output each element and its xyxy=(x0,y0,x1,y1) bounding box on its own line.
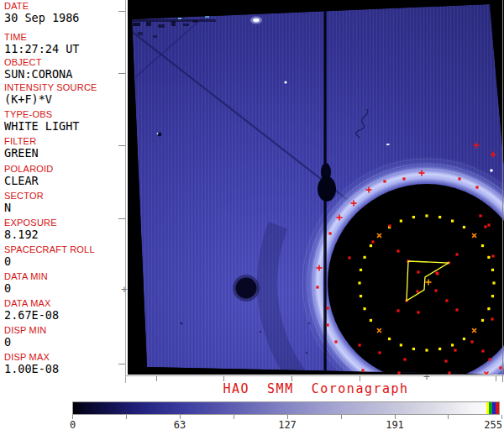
speck xyxy=(181,322,183,325)
field-label: EXPOSURE xyxy=(4,218,123,228)
field-value: GREEN xyxy=(4,147,123,159)
field-polaroid: POLAROIDCLEAR xyxy=(4,165,123,186)
field-date: DATE30 Sep 1986 xyxy=(4,2,123,24)
smm-coronagraph-viewer: DATE30 Sep 1986 TIME11:27:24 UT OBJECTSU… xyxy=(0,0,504,430)
field-value: 2.67E-08 xyxy=(4,309,123,321)
field-label: POLAROID xyxy=(4,165,123,174)
right-axis-line xyxy=(502,0,503,382)
dust-speck xyxy=(158,133,162,137)
colorbar-label: 63 xyxy=(163,419,197,430)
field-disp-min: DISP MIN0 xyxy=(4,326,123,348)
tick xyxy=(118,145,125,146)
metadata-sidebar: DATE30 Sep 1986 TIME11:27:24 UT OBJECTSU… xyxy=(0,0,124,430)
sky-plane xyxy=(128,0,504,375)
field-data-max: DATA MAX2.67E-08 xyxy=(4,299,123,321)
coronagraph-image xyxy=(128,0,504,375)
tick xyxy=(118,218,125,219)
field-value: 0 xyxy=(4,336,123,348)
field-label: TIME xyxy=(4,33,123,42)
field-label: OBJECT xyxy=(4,58,123,67)
tick xyxy=(118,364,125,364)
image-title: HAO SMM Coronagraph xyxy=(128,381,504,396)
field-value: (K+F)*V xyxy=(4,93,123,105)
field-label: DATA MAX xyxy=(4,299,123,308)
field-intensity-source: INTENSITY SOURCE(K+F)*V xyxy=(4,83,123,105)
field-object: OBJECTSUN:CORONA xyxy=(4,58,123,80)
field-value: 0 xyxy=(4,255,123,267)
field-label: DISP MIN xyxy=(4,326,123,335)
speck xyxy=(260,331,261,333)
bright-spot xyxy=(253,18,260,23)
field-label: TYPE-OBS xyxy=(4,110,123,119)
field-label: SECTOR xyxy=(4,191,123,201)
colorbar-stripe xyxy=(496,402,499,414)
field-label: DATE xyxy=(4,2,123,11)
colorbar-labels: 063127191255 xyxy=(0,419,504,430)
field-label: FILTER xyxy=(4,137,123,146)
bottom-axis-plus-marker: + xyxy=(423,373,430,380)
field-label: DISP MAX xyxy=(4,353,123,362)
field-time: TIME11:27:24 UT xyxy=(4,33,123,55)
colorbar-label: 127 xyxy=(270,419,304,430)
field-spacecraft-roll: SPACECRAFT ROLL0 xyxy=(4,245,123,267)
field-label: DATA MIN xyxy=(4,272,123,281)
field-label: INTENSITY SOURCE xyxy=(4,83,123,92)
field-value: N xyxy=(4,202,123,213)
field-sector: SECTORN xyxy=(4,191,123,213)
field-exposure: EXPOSURE8.192 xyxy=(4,218,123,240)
field-value: WHITE LIGHT xyxy=(4,120,123,132)
tick xyxy=(118,11,125,12)
intensity-colorbar xyxy=(72,401,500,415)
bottom-axis-line xyxy=(126,375,504,376)
field-filter: FILTERGREEN xyxy=(4,137,123,159)
star-dot xyxy=(284,81,286,83)
field-value: 11:27:24 UT xyxy=(4,43,123,55)
left-axis-line xyxy=(125,0,126,383)
field-value: 1.00E-08 xyxy=(4,363,123,375)
dust-speck-glint xyxy=(157,133,159,134)
coronagraph-canvas xyxy=(128,0,504,375)
dark-blob xyxy=(236,278,257,299)
field-disp-max: DISP MAX1.00E-08 xyxy=(4,353,123,375)
speck xyxy=(308,322,310,324)
field-value: CLEAR xyxy=(4,175,123,186)
field-data-min: DATA MIN0 xyxy=(4,272,123,294)
field-label: SPACECRAFT ROLL xyxy=(4,245,123,254)
colorbar-label: 0 xyxy=(70,419,76,430)
field-value: 30 Sep 1986 xyxy=(4,12,123,24)
field-value: SUN:CORONA xyxy=(4,68,123,80)
field-value: 8.192 xyxy=(4,228,123,240)
colorbar-label: 255 xyxy=(469,419,502,430)
speck xyxy=(306,352,308,354)
tick xyxy=(118,73,125,74)
star-dot-2 xyxy=(490,169,493,172)
field-type-obs: TYPE-OBSWHITE LIGHT xyxy=(4,110,123,132)
left-axis-plus-marker: + xyxy=(121,286,128,293)
colorbar-label: 191 xyxy=(378,419,412,430)
star-dash xyxy=(386,144,390,145)
field-value: 0 xyxy=(4,282,123,294)
pylon-bulb xyxy=(318,176,336,202)
